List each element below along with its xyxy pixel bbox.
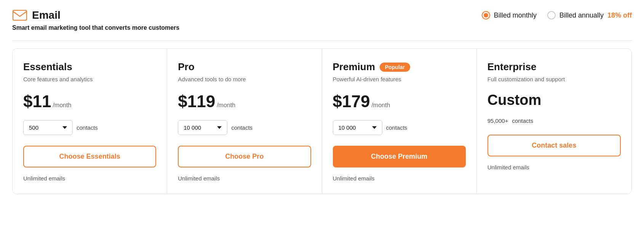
plan-price-essentials: $11/month bbox=[23, 92, 156, 111]
billing-annually-option[interactable]: Billed annually 18% off bbox=[547, 11, 632, 19]
page-header: Email Billed monthly Billed annually 18%… bbox=[12, 9, 632, 21]
plan-card-enterprise: EnterpriseFull customization and support… bbox=[477, 49, 631, 194]
price-period-essentials: /month bbox=[53, 102, 71, 109]
billing-toggle: Billed monthly Billed annually 18% off bbox=[482, 11, 632, 19]
price-period-pro: /month bbox=[217, 102, 235, 109]
contacts-value-enterprise: 95,000+ bbox=[487, 117, 508, 124]
plan-header-essentials: Essentials bbox=[23, 61, 156, 73]
plan-price-enterprise: Custom bbox=[487, 92, 621, 108]
cta-button-premium[interactable]: Choose Premium bbox=[333, 146, 466, 167]
plan-footer-premium: Unlimited emails bbox=[333, 175, 466, 182]
cta-button-essentials[interactable]: Choose Essentials bbox=[23, 146, 156, 167]
cta-button-pro[interactable]: Choose Pro bbox=[178, 146, 311, 167]
contacts-selector-pro: 10 000contacts bbox=[178, 120, 311, 135]
plan-name-premium: Premium bbox=[333, 61, 375, 73]
chevron-down-icon bbox=[372, 126, 377, 129]
plan-name-essentials: Essentials bbox=[23, 61, 72, 73]
plan-footer-pro: Unlimited emails bbox=[178, 175, 311, 182]
price-period-premium: /month bbox=[371, 102, 390, 109]
plan-desc-pro: Advanced tools to do more bbox=[178, 76, 311, 84]
plan-footer-enterprise: Unlimited emails bbox=[487, 164, 621, 171]
contacts-label-premium: contacts bbox=[386, 124, 407, 131]
price-amount-essentials: $11 bbox=[23, 92, 51, 111]
plan-desc-essentials: Core features and analytics bbox=[23, 76, 156, 84]
plan-footer-essentials: Unlimited emails bbox=[23, 175, 156, 182]
svg-rect-0 bbox=[13, 10, 27, 20]
brand-name: Email bbox=[32, 9, 61, 21]
billing-monthly-radio[interactable] bbox=[482, 11, 490, 19]
plan-desc-premium: Powerful AI-driven features bbox=[333, 76, 466, 84]
contacts-value-premium: 10 000 bbox=[339, 124, 356, 131]
brand-section: Email bbox=[12, 9, 61, 21]
page-subtitle: Smart email marketing tool that converts… bbox=[12, 24, 632, 31]
cta-button-enterprise[interactable]: Contact sales bbox=[487, 135, 621, 156]
plan-card-premium: PremiumPopularPowerful AI-driven feature… bbox=[322, 49, 477, 194]
billing-annually-label: Billed annually bbox=[559, 11, 604, 19]
plan-header-enterprise: Enterprise bbox=[487, 61, 621, 73]
contacts-label-enterprise: contacts bbox=[512, 117, 533, 124]
billing-annually-radio[interactable] bbox=[547, 11, 556, 19]
contacts-dropdown-premium[interactable]: 10 000 bbox=[333, 120, 382, 135]
plans-grid: EssentialsCore features and analytics$11… bbox=[12, 48, 632, 194]
plan-card-essentials: EssentialsCore features and analytics$11… bbox=[13, 49, 167, 194]
plan-card-pro: ProAdvanced tools to do more$119/month10… bbox=[167, 49, 322, 194]
contacts-label-pro: contacts bbox=[231, 124, 252, 131]
billing-monthly-label: Billed monthly bbox=[494, 11, 537, 19]
contacts-dropdown-essentials[interactable]: 500 bbox=[23, 120, 73, 135]
contacts-selector-premium: 10 000contacts bbox=[333, 120, 466, 135]
price-amount-premium: $179 bbox=[333, 92, 370, 111]
email-icon bbox=[12, 9, 27, 21]
plan-name-pro: Pro bbox=[178, 61, 194, 73]
chevron-down-icon bbox=[62, 126, 67, 129]
contacts-value-pro: 10 000 bbox=[184, 124, 201, 131]
plan-name-enterprise: Enterprise bbox=[487, 61, 537, 73]
contacts-label-essentials: contacts bbox=[77, 124, 98, 131]
contacts-selector-essentials: 500contacts bbox=[23, 120, 156, 135]
billing-monthly-option[interactable]: Billed monthly bbox=[482, 11, 537, 19]
contacts-value-essentials: 500 bbox=[29, 124, 38, 131]
chevron-down-icon bbox=[217, 126, 222, 129]
contacts-dropdown-pro[interactable]: 10 000 bbox=[178, 120, 227, 135]
plan-price-pro: $119/month bbox=[178, 92, 311, 111]
plan-price-premium: $179/month bbox=[333, 92, 466, 111]
plan-desc-enterprise: Full customization and support bbox=[487, 76, 621, 84]
plan-header-pro: Pro bbox=[178, 61, 311, 73]
popular-badge-premium: Popular bbox=[380, 63, 410, 72]
price-amount-enterprise: Custom bbox=[487, 92, 541, 108]
plan-header-premium: PremiumPopular bbox=[333, 61, 466, 73]
price-amount-pro: $119 bbox=[178, 92, 215, 111]
header-divider bbox=[12, 40, 632, 41]
contacts-selector-enterprise: 95,000+contacts bbox=[487, 117, 621, 124]
billing-annually-discount: 18% off bbox=[607, 11, 632, 19]
